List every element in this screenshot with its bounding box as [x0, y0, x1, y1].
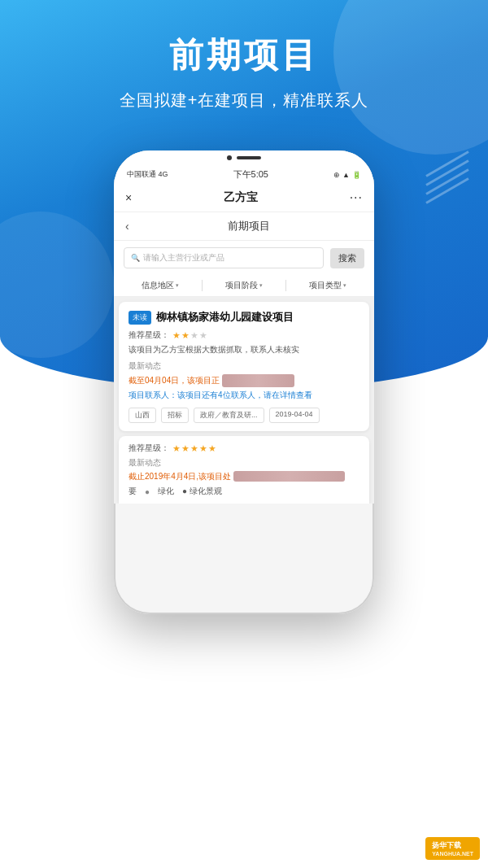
- card-contact-link[interactable]: 项目联系人：该项目还有4位联系人，请在详情查看: [129, 390, 359, 401]
- star-label: 推荐星级：: [129, 329, 169, 341]
- section-label: 最新动态: [129, 360, 359, 372]
- project-card-1[interactable]: 未读 柳林镇杨家港幼儿园建设项目 推荐星级： ★ ★ ★ ★ 该项目为乙方宝根据…: [119, 302, 369, 431]
- star-filled: ★: [199, 443, 207, 454]
- watermark-line2: YANGHUA.NET: [432, 851, 473, 857]
- status-time: 下午5:05: [233, 168, 268, 181]
- star-empty: ★: [190, 330, 198, 341]
- card-title: 柳林镇杨家港幼儿园建设项目: [156, 310, 294, 325]
- star-filled: ★: [172, 330, 181, 341]
- filter-type[interactable]: 项目类型 ▾: [288, 280, 368, 291]
- filter-phase-label: 项目阶段: [225, 280, 258, 291]
- subnav-title: 前期项目: [136, 219, 363, 233]
- star-filled: ★: [208, 443, 216, 454]
- tag-category: 政府／教育及研...: [194, 408, 264, 423]
- star-filled: ★: [172, 443, 181, 454]
- content-area: 未读 柳林镇杨家港幼儿园建设项目 推荐星级： ★ ★ ★ ★ 该项目为乙方宝根据…: [114, 297, 374, 504]
- filter-phase[interactable]: 项目阶段 ▾: [204, 280, 284, 291]
- filter-type-label: 项目类型: [309, 280, 342, 291]
- blurred-content-2: ████████████████: [233, 471, 345, 482]
- decoration-lines: [423, 163, 472, 260]
- bottom-item-2: 绿化: [158, 486, 174, 497]
- card2-stars: ★ ★ ★ ★ ★: [172, 443, 216, 454]
- filter-bar: 信息地区 ▾ 项目阶段 ▾ 项目类型 ▾: [114, 275, 374, 297]
- hero-title: 前期项目: [0, 33, 488, 78]
- tag-date: 2019-04-04: [269, 408, 320, 423]
- card-update: 截至04月04日，该项目正 ██████████: [129, 374, 359, 387]
- unread-badge: 未读: [129, 311, 151, 325]
- card2-section: 最新动态: [129, 457, 359, 469]
- phone-notch: [227, 155, 261, 160]
- camera-dot: [227, 155, 232, 160]
- status-bar: 中国联通 4G 下午5:05 ⊕▲🔋: [114, 164, 374, 184]
- star-row: 推荐星级： ★ ★ ★ ★: [129, 329, 359, 341]
- nav-bar: × 乙方宝 ···: [114, 184, 374, 212]
- star-empty: ★: [199, 330, 207, 341]
- sub-nav: ‹ 前期项目: [114, 212, 374, 241]
- dot-separator: ●: [145, 487, 150, 496]
- hero-subtitle: 全国拟建+在建项目，精准联系人: [0, 89, 488, 111]
- card-tags: 山西 招标 政府／教育及研... 2019-04-04: [129, 408, 359, 423]
- bottom-item-1: 要: [129, 486, 137, 497]
- search-bar: 🔍 请输入主营行业或产品 搜索: [114, 241, 374, 275]
- speaker-bar: [237, 156, 261, 159]
- chevron-down-icon: ▾: [259, 282, 263, 289]
- watermark: 扬华下载 YANGHUA.NET: [425, 837, 480, 860]
- phone-body: 中国联通 4G 下午5:05 ⊕▲🔋 × 乙方宝 ··· ‹ 前期项目 🔍 请输…: [114, 150, 374, 614]
- bottom-item-3: ● 绿化景观: [182, 486, 222, 497]
- card2-star-row: 推荐星级： ★ ★ ★ ★ ★: [129, 443, 359, 454]
- search-input[interactable]: 🔍 请输入主营行业或产品: [124, 247, 324, 268]
- phone-mockup: 中国联通 4G 下午5:05 ⊕▲🔋 × 乙方宝 ··· ‹ 前期项目 🔍 请输…: [114, 150, 374, 622]
- filter-divider-2: [285, 280, 286, 291]
- tag-type: 招标: [161, 408, 189, 423]
- card-description: 该项目为乙方宝根据大数据抓取，联系人未核实: [129, 344, 359, 355]
- filter-region-label: 信息地区: [142, 280, 174, 291]
- tag-region: 山西: [129, 408, 156, 423]
- search-button[interactable]: 搜索: [330, 248, 364, 268]
- filter-region[interactable]: 信息地区 ▾: [120, 280, 200, 291]
- chevron-down-icon: ▾: [343, 282, 346, 289]
- blurred-content: ██████████: [222, 374, 294, 387]
- status-icons: ⊕▲🔋: [333, 171, 361, 179]
- project-card-2[interactable]: 推荐星级： ★ ★ ★ ★ ★ 最新动态 截止2019年4月4日,该项目处 ██…: [119, 436, 369, 504]
- filter-divider-1: [202, 280, 203, 291]
- status-carrier: 中国联通 4G: [127, 169, 168, 180]
- back-button[interactable]: ‹: [125, 220, 129, 233]
- search-placeholder: 请输入主营行业或产品: [143, 252, 224, 264]
- chevron-down-icon: ▾: [176, 282, 179, 289]
- card2-bottom: 要 ● 绿化 ● 绿化景观: [129, 486, 359, 497]
- watermark-line1: 扬华下载: [432, 841, 461, 849]
- star-filled: ★: [181, 330, 190, 341]
- card2-update: 截止2019年4月4日,该项目处 ████████████████: [129, 471, 359, 482]
- nav-title: 乙方宝: [132, 190, 349, 205]
- stars: ★ ★ ★ ★: [172, 330, 207, 341]
- close-button[interactable]: ×: [125, 191, 132, 204]
- more-button[interactable]: ···: [350, 190, 363, 205]
- card-header: 未读 柳林镇杨家港幼儿园建设项目: [129, 310, 359, 325]
- star-filled: ★: [181, 443, 190, 454]
- star-filled: ★: [190, 443, 198, 454]
- card2-star-label: 推荐星级：: [129, 443, 169, 454]
